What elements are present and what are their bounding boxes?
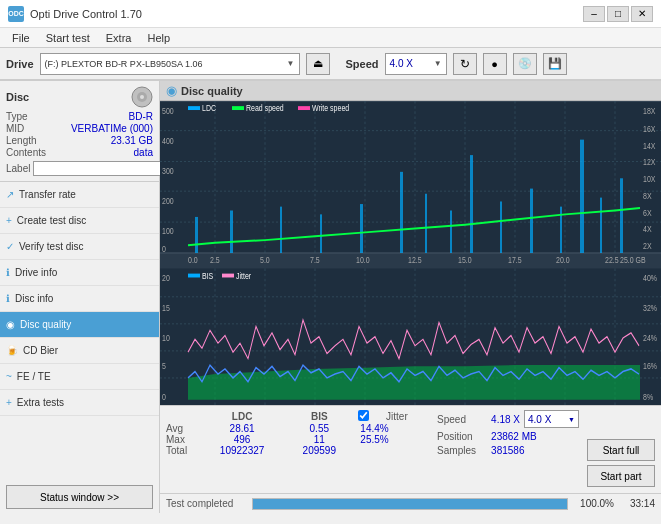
svg-text:4X: 4X — [643, 225, 652, 235]
svg-rect-53 — [280, 207, 282, 253]
avg-ldc: 28.61 — [198, 423, 286, 434]
sidebar-item-label-create-test-disc: Create test disc — [17, 215, 86, 226]
disc-type-value: BD-R — [129, 111, 153, 122]
sidebar-item-drive-info[interactable]: ℹ Drive info — [0, 260, 159, 286]
right-stats: Speed 4.18 X 4.0 X ▼ Position 23862 MB S… — [437, 410, 579, 489]
eject-button[interactable]: ⏏ — [306, 53, 330, 75]
speed-stat-label: Speed — [437, 414, 487, 425]
svg-text:2X: 2X — [643, 241, 652, 251]
start-part-button[interactable]: Start part — [587, 465, 655, 487]
maximize-button[interactable]: □ — [607, 6, 629, 22]
speed-stat-value: 4.18 X — [491, 414, 520, 425]
disc-label-input[interactable] — [33, 161, 166, 176]
status-window-button[interactable]: Status window >> — [6, 485, 153, 509]
sidebar-item-label-fe-te: FE / TE — [17, 371, 51, 382]
sidebar-item-transfer-rate[interactable]: ↗ Transfer rate — [0, 182, 159, 208]
svg-text:8X: 8X — [643, 191, 652, 201]
svg-text:16X: 16X — [643, 124, 656, 134]
bis-header: BIS — [286, 410, 352, 423]
disc-contents-value: data — [134, 147, 153, 158]
svg-rect-52 — [230, 210, 233, 253]
svg-text:22.5: 22.5 — [605, 255, 619, 265]
disc-type-label: Type — [6, 111, 28, 122]
disc-button[interactable]: 💿 — [513, 53, 537, 75]
speed-selector[interactable]: 4.0 X ▼ — [385, 53, 447, 75]
start-full-button[interactable]: Start full — [587, 439, 655, 461]
fe-te-icon: ~ — [6, 371, 12, 382]
drive-info-icon: ℹ — [6, 267, 10, 278]
avg-jitter: 14.4% — [356, 423, 429, 434]
svg-text:12.5: 12.5 — [408, 255, 422, 265]
minimize-button[interactable]: – — [583, 6, 605, 22]
disc-mid-label: MID — [6, 123, 24, 134]
progress-bar-inner — [253, 499, 567, 509]
menu-file[interactable]: File — [4, 31, 38, 45]
svg-point-2 — [140, 95, 144, 99]
svg-rect-3 — [160, 101, 661, 253]
svg-text:15: 15 — [162, 303, 170, 313]
samples-row: Samples 381586 — [437, 445, 579, 456]
svg-text:40%: 40% — [643, 274, 657, 284]
svg-rect-59 — [470, 155, 473, 253]
samples-label: Samples — [437, 445, 487, 456]
disc-info-icon: ℹ — [6, 293, 10, 304]
jitter-checkbox-cell[interactable] — [356, 410, 386, 423]
stats-table: LDC BIS Jitter Avg 28.61 0.55 14.4% — [166, 410, 429, 489]
burn-button[interactable]: ● — [483, 53, 507, 75]
app-title: Opti Drive Control 1.70 — [30, 8, 142, 20]
sidebar-item-fe-te[interactable]: ~ FE / TE — [0, 364, 159, 390]
sidebar-item-cd-bier[interactable]: 🍺 CD Bier — [0, 338, 159, 364]
disc-length-value: 23.31 GB — [111, 135, 153, 146]
svg-rect-49 — [298, 106, 310, 110]
refresh-button[interactable]: ↻ — [453, 53, 477, 75]
svg-rect-56 — [400, 172, 403, 253]
svg-text:Read speed: Read speed — [246, 103, 284, 113]
disc-section-title: Disc — [6, 91, 29, 103]
svg-text:100: 100 — [162, 226, 174, 236]
disc-mid-row: MID VERBATIMe (000) — [6, 123, 153, 134]
svg-text:7.5: 7.5 — [310, 255, 320, 265]
svg-rect-45 — [188, 106, 200, 110]
svg-text:17.5: 17.5 — [508, 255, 522, 265]
svg-text:18X: 18X — [643, 106, 656, 116]
sidebar-item-create-test-disc[interactable]: + Create test disc — [0, 208, 159, 234]
app-icon: ODC — [8, 6, 24, 22]
sidebar-item-extra-tests[interactable]: + Extra tests — [0, 390, 159, 416]
svg-text:BIS: BIS — [202, 271, 213, 281]
svg-text:0: 0 — [162, 244, 166, 254]
speed-row: Speed 4.18 X 4.0 X ▼ — [437, 410, 579, 428]
menu-extra[interactable]: Extra — [98, 31, 140, 45]
titlebar-left: ODC Opti Drive Control 1.70 — [8, 6, 142, 22]
sidebar-item-verify-test-disc[interactable]: ✓ Verify test disc — [0, 234, 159, 260]
svg-text:25.0 GB: 25.0 GB — [620, 255, 646, 265]
disc-contents-row: Contents data — [6, 147, 153, 158]
sidebar-menu: ↗ Transfer rate + Create test disc ✓ Ver… — [0, 182, 159, 481]
total-ldc: 10922327 — [198, 445, 286, 456]
disc-section: Disc Type BD-R MID VERBATIMe (000) Lengt… — [0, 81, 159, 182]
svg-rect-51 — [195, 217, 198, 253]
disc-contents-label: Contents — [6, 147, 46, 158]
progress-label: Test completed — [166, 498, 246, 509]
speed-dropdown-arrow: ▼ — [434, 59, 442, 68]
stats-section: LDC BIS Jitter Avg 28.61 0.55 14.4% — [160, 405, 661, 493]
menu-help[interactable]: Help — [139, 31, 178, 45]
sidebar-item-disc-quality[interactable]: ◉ Disc quality — [0, 312, 159, 338]
svg-text:200: 200 — [162, 196, 174, 206]
svg-text:15.0: 15.0 — [458, 255, 472, 265]
svg-text:0.0: 0.0 — [188, 255, 198, 265]
sidebar-item-disc-info[interactable]: ℹ Disc info — [0, 286, 159, 312]
drive-label: Drive — [6, 58, 34, 70]
svg-rect-60 — [500, 201, 502, 253]
drive-selector[interactable]: (F:) PLEXTOR BD-R PX-LB950SA 1.06 ▼ — [40, 53, 300, 75]
save-button[interactable]: 💾 — [543, 53, 567, 75]
menu-start-test[interactable]: Start test — [38, 31, 98, 45]
disc-length-row: Length 23.31 GB — [6, 135, 153, 146]
jitter-checkbox[interactable] — [358, 410, 369, 421]
speed-select-dropdown[interactable]: 4.0 X ▼ — [524, 410, 579, 428]
close-button[interactable]: ✕ — [631, 6, 653, 22]
drive-selector-text: (F:) PLEXTOR BD-R PX-LB950SA 1.06 — [45, 59, 283, 69]
avg-bis: 0.55 — [286, 423, 352, 434]
disc-icon — [131, 86, 153, 108]
chart-header: ◉ Disc quality — [160, 81, 661, 101]
sidebar-item-label-extra-tests: Extra tests — [17, 397, 64, 408]
